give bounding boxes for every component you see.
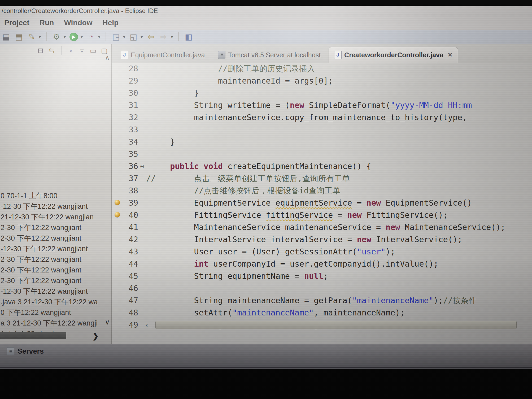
code-line[interactable]: 32 maintenanceService.copy_from_maintena… [112, 111, 532, 124]
editor-tab-tomcat-v8-5-server-at-localhost[interactable]: ≣Tomcat v8.5 Server at localhost [213, 47, 326, 63]
explorer-list-item[interactable]: 0 70-1-1 上午8:00 [0, 190, 105, 201]
code-text: setAttr("maintenanceName", maintenanceNa… [146, 307, 405, 319]
dropdown-arrow-icon[interactable]: ▾ [39, 34, 41, 40]
code-line[interactable]: 46 [112, 282, 532, 294]
line-number: 35 [123, 148, 138, 160]
menu-item-window[interactable]: Window [64, 19, 92, 27]
servers-view-strip: ≣ Servers [0, 344, 532, 369]
scroll-up-arrow-icon[interactable]: ∧ [105, 54, 110, 62]
tab-servers[interactable]: ≣ Servers [0, 344, 532, 358]
code-line[interactable]: 45 String equipmentName = null; [112, 270, 532, 282]
dropdown-arrow-icon[interactable]: ▾ [141, 34, 143, 40]
open-perspective-icon[interactable]: ◧ [184, 32, 193, 41]
code-line[interactable]: 36⊖ public void createEquipmentMaintenan… [112, 160, 532, 172]
code-line[interactable]: 39 EquipmentService equipmentService = n… [112, 197, 532, 209]
explorer-list-item[interactable]: -12-30 下午12:22 wangjiant [0, 201, 105, 212]
toolbar-separator [106, 32, 106, 41]
explorer-hscroll-thumb[interactable] [0, 332, 66, 339]
code-text: MaintenanceService maintenanceService = … [146, 221, 505, 233]
explorer-horizontal-scrollbar[interactable]: ❯ [0, 332, 105, 339]
open-type-icon[interactable]: ◱ [129, 32, 138, 41]
minimize-icon[interactable]: ▭ [90, 46, 97, 55]
line-number: 31 [123, 99, 138, 111]
debug-icon[interactable]: ⚙ [52, 32, 61, 41]
menu-item-help[interactable]: Help [102, 19, 119, 27]
dropdown-arrow-icon[interactable]: ▾ [64, 34, 66, 40]
fold-marker-icon[interactable]: ⊖ [138, 163, 146, 170]
code-text: maintenanceService.copy_from_maintenance… [146, 111, 472, 124]
warning-bulb-icon [115, 200, 120, 205]
explorer-list-item[interactable]: -12-30 下午12:22 wangjiant [0, 286, 105, 297]
code-text: public void createEquipmentMaintenance()… [146, 160, 371, 172]
save-icon[interactable]: ⬓ [2, 32, 11, 41]
explorer-list-item[interactable]: -12-30 下午12:22 wangjiant [0, 244, 105, 254]
code-line[interactable]: 41 MaintenanceService maintenanceService… [112, 221, 532, 233]
code-line[interactable]: 29 maintenanceId = args[0]; [112, 75, 532, 87]
dropdown-arrow-icon[interactable]: ▾ [123, 34, 125, 40]
code-line[interactable]: 44 int userCompanyId = user.getCompanyid… [112, 258, 532, 270]
dropdown-arrow-icon[interactable]: ▾ [81, 34, 83, 40]
code-text: String equipmentName = null; [146, 270, 328, 282]
print-icon[interactable]: ✎ [27, 32, 36, 41]
editor-tab-createworkordercontroller-java[interactable]: JCreateworkorderController.java✕ [329, 47, 458, 63]
view-menu-icon[interactable]: ▿ [79, 46, 85, 55]
save-all-icon[interactable]: ⬒ [14, 32, 23, 41]
scroll-left-arrow-icon[interactable]: ‹ [146, 321, 148, 329]
code-line[interactable]: 34 } [112, 136, 532, 148]
explorer-list-item[interactable]: a 3 21-12-30 下午12:22 wangji [0, 318, 105, 328]
editor-horizontal-scrollbar[interactable]: ‹ [112, 321, 530, 329]
code-line[interactable]: 33 [112, 124, 532, 136]
editor-hscroll-thumb[interactable] [155, 321, 517, 329]
main-toolbar: ⬓⬒✎▾⚙▾▶▾◔▾◳▾◱▾⇦⇨▾◧ [0, 30, 532, 44]
scroll-down-arrow-icon[interactable]: ∨ [105, 318, 110, 326]
forward-icon[interactable]: ⇨ [159, 32, 168, 41]
new-class-icon[interactable]: ◳ [111, 32, 120, 41]
editor-tab-equipmentcontroller-java[interactable]: JEquipmentController.java [115, 47, 210, 63]
code-line[interactable]: 35 [112, 148, 532, 160]
code-line[interactable]: 30 } [112, 87, 532, 99]
explorer-list-item[interactable]: 2-30 下午12:22 wangjiant [0, 233, 105, 244]
code-text: } [146, 136, 175, 148]
code-line[interactable]: 47 String maintenanceName = getPara("mai… [112, 294, 532, 307]
code-line[interactable]: 48 setAttr("maintenanceName", maintenanc… [112, 307, 532, 319]
code-editor[interactable]: 28 //删除工单的历史记录插入29 maintenanceId = args[… [112, 63, 532, 344]
code-line[interactable]: 40 FittingService fittingService = new F… [112, 209, 532, 221]
servers-tab-label: Servers [18, 347, 44, 355]
server-icon: ≣ [218, 51, 225, 59]
explorer-list-item[interactable]: 2-30 下午12:22 wangjiant [0, 222, 105, 233]
dropdown-arrow-icon[interactable]: ▾ [98, 34, 100, 40]
explorer-list-item[interactable]: 2-30 下午12:22 wangjiant [0, 275, 105, 286]
menu-item-project[interactable]: Project [4, 19, 29, 27]
code-text: //点击维修按钮后，根据设备id查询工单 [146, 185, 341, 197]
explorer-list-item[interactable]: 2-30 下午12:22 wangjiant [0, 254, 105, 265]
code-line[interactable]: 31 String writetime = (new SimpleDateFor… [112, 99, 532, 111]
code-line[interactable]: 37// 点击二级菜单创建工单按钮后,查询所有工单 [112, 172, 532, 185]
run-icon[interactable]: ▶ [69, 33, 78, 41]
tab-close-icon[interactable]: ✕ [448, 51, 452, 58]
code-line[interactable]: 38 //点击维修按钮后，根据设备id查询工单 [112, 185, 532, 197]
explorer-toolbar: ⊟⇆◦▿▭▢ [37, 46, 108, 55]
explorer-list-item[interactable]: 2-30 下午12:22 wangjiant [0, 265, 105, 275]
coverage-icon[interactable]: ◔ [86, 32, 95, 41]
back-icon[interactable]: ⇦ [146, 32, 155, 41]
line-number: 38 [123, 185, 138, 197]
gutter-marker-bar[interactable] [112, 212, 123, 218]
code-text: // 点击二级菜单创建工单按钮后,查询所有工单 [146, 172, 350, 185]
scroll-right-arrow-icon[interactable]: ❯ [93, 332, 99, 340]
link-with-editor-icon[interactable]: ⇆ [48, 46, 55, 55]
explorer-list-item[interactable]: 0 下午12:22 wangjiant [0, 307, 105, 318]
code-line[interactable]: 28 //删除工单的历史记录插入 [112, 63, 532, 75]
tab-label: CreateworkorderController.java [344, 51, 443, 59]
toolbar-separator [61, 46, 62, 55]
explorer-list-item[interactable]: 21-12-30 下午12:22 wangjian [0, 212, 105, 222]
collapse-all-icon[interactable]: ⊟ [37, 46, 44, 55]
dropdown-arrow-icon[interactable]: ▾ [171, 34, 173, 40]
java-file-icon: J [334, 51, 342, 59]
code-line[interactable]: 42 IntervalService intervalService = new… [112, 233, 532, 246]
focus-icon[interactable]: ◦ [67, 46, 74, 55]
menu-item-run[interactable]: Run [40, 19, 54, 27]
explorer-list-item[interactable]: .java 3 21-12-30 下午12:22 wa [0, 297, 105, 307]
gutter-marker-bar[interactable] [112, 200, 123, 206]
code-line[interactable]: 43 User user = (User) getSessionAttr("us… [112, 246, 532, 258]
line-number: 29 [123, 75, 138, 87]
